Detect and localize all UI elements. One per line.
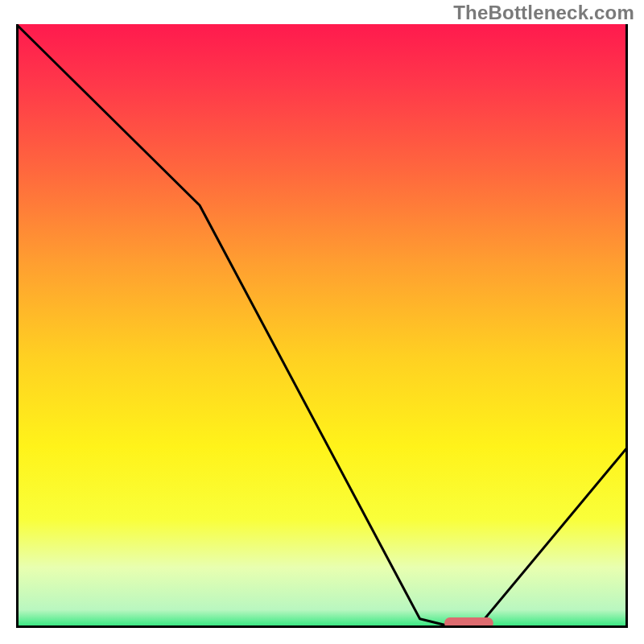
chart-plot-area [16,24,628,628]
chart-svg [16,24,628,628]
watermark-text: TheBottleneck.com [453,2,634,24]
